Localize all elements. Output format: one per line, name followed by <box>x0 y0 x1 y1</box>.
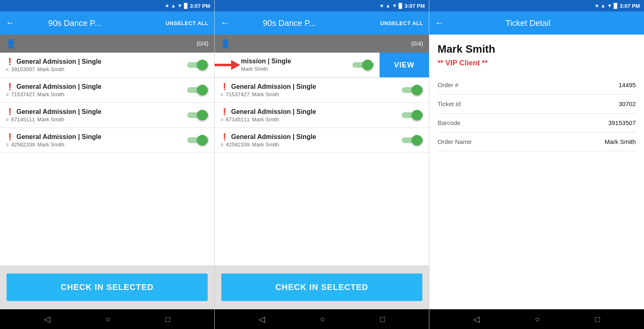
nav-recents-1[interactable]: □ <box>165 315 170 324</box>
toggle-2-2[interactable] <box>402 109 423 121</box>
ticket-sub-1-1: ≡ 39153507 Mark Smith <box>6 66 187 72</box>
toggle-1-1[interactable] <box>187 59 208 71</box>
signal-icon-3: ▲ <box>601 3 606 9</box>
detail-label-order-name: Order Name <box>438 138 472 145</box>
filter-bar-2: 👤 (0/4) <box>215 35 429 53</box>
ticket-title-1-1: ❗ General Admission | Single <box>6 58 187 65</box>
status-icons-1: ★ ▲ ▼ █ <box>165 3 188 9</box>
nav-home-2[interactable]: ○ <box>320 315 325 324</box>
wifi-icon-2: ▼ <box>392 3 397 9</box>
toggle-1-3[interactable] <box>187 109 208 121</box>
status-time-1: 3:07 PM <box>190 3 210 9</box>
detail-label-ticket-id: Ticket Id <box>438 100 461 107</box>
ticket-title-1-3: ❗ General Admission | Single <box>6 108 187 116</box>
ticket-list-2: VIEW mission | Single Mark Smith <box>215 53 429 265</box>
status-time-3: 3:07 PM <box>620 3 640 9</box>
status-icons-2: ★ ▲ ▼ █ <box>380 3 402 9</box>
ticket-item-1-4[interactable]: ❗ General Admission | Single ≡ 42582339 … <box>0 128 214 153</box>
toggle-swiped[interactable] <box>352 59 374 71</box>
toggle-thumb-1-3 <box>197 110 208 120</box>
ticket-sub-2-2: ≡ 67145111 Mark Smith <box>220 116 402 123</box>
back-button-1[interactable]: ← <box>6 18 15 28</box>
app-bar-1: ← 90s Dance P... UNSELECT ALL <box>0 12 214 35</box>
toggle-2-1[interactable] <box>402 84 423 96</box>
ticket-info-1-3: ❗ General Admission | Single ≡ 67145111 … <box>6 108 187 123</box>
detail-label-order: Order # <box>438 81 459 88</box>
unselect-all-btn-1[interactable]: UNSELECT ALL <box>166 20 208 26</box>
status-icons-3: ★ ▲ ▼ █ <box>595 3 617 9</box>
ticket-item-2-2[interactable]: ❗ General Admission | Single ≡ 67145111 … <box>215 103 429 128</box>
toggle-1-4[interactable] <box>187 134 208 146</box>
status-time-2: 3:07 PM <box>405 3 425 9</box>
nav-back-1[interactable]: ◁ <box>44 314 50 324</box>
battery-icon-3: █ <box>614 3 617 9</box>
back-button-2[interactable]: ← <box>220 18 229 28</box>
barcode-icon-1-3: ≡ <box>6 117 9 123</box>
error-icon-1-1: ❗ <box>6 58 14 65</box>
detail-value-barcode: 39153507 <box>608 119 636 126</box>
error-icon-2-2: ❗ <box>220 108 229 116</box>
status-bar-3: ★ ▲ ▼ █ 3:07 PM <box>429 0 644 12</box>
ticket-item-1-3[interactable]: ❗ General Admission | Single ≡ 67145111 … <box>0 103 214 128</box>
toggle-thumb-2-3 <box>412 135 422 146</box>
signal-icon-2: ▲ <box>386 3 391 9</box>
nav-home-1[interactable]: ○ <box>105 315 110 324</box>
ticket-info-1-1: ❗ General Admission | Single ≡ 39153507 … <box>6 58 187 72</box>
wifi-icon: ▼ <box>177 3 182 9</box>
filter-bar-1: 👤 (0/4) <box>0 35 214 53</box>
nav-bar-2: ◁ ○ □ <box>215 309 429 329</box>
barcode-icon-2-1: ≡ <box>220 92 223 97</box>
detail-value-ticket-id: 30702 <box>619 100 636 107</box>
nav-recents-2[interactable]: □ <box>380 315 385 324</box>
ticket-info-2-3: ❗ General Admission | Single ≡ 42582339 … <box>220 133 402 148</box>
swiped-ticket-row[interactable]: VIEW mission | Single Mark Smith <box>215 53 429 78</box>
battery-icon: █ <box>184 3 188 9</box>
view-button[interactable]: VIEW <box>380 53 429 77</box>
nav-back-3[interactable]: ◁ <box>473 314 480 324</box>
nav-back-2[interactable]: ◁ <box>259 314 265 324</box>
barcode-icon-1-1: ≡ <box>6 67 9 72</box>
toggle-thumb-1-4 <box>197 135 208 146</box>
error-icon-1-2: ❗ <box>6 83 14 90</box>
ticket-item-1-2[interactable]: ❗ General Admission | Single ≡ 71537427 … <box>0 78 214 103</box>
person-icon-2: 👤 <box>220 39 231 49</box>
app-title-3: Ticket Detail <box>483 19 573 28</box>
unselect-all-btn-2[interactable]: UNSELECT ALL <box>380 20 423 26</box>
detail-value-order-name: Mark Smith <box>605 138 636 145</box>
panel-1: ★ ▲ ▼ █ 3:07 PM ← 90s Dance P... UNSELEC… <box>0 0 215 329</box>
back-button-3[interactable]: ← <box>435 18 444 28</box>
ticket-item-2-3[interactable]: ❗ General Admission | Single ≡ 42582339 … <box>215 128 429 153</box>
status-bar-2: ★ ▲ ▼ █ 3:07 PM <box>215 0 429 12</box>
bluetooth-icon-2: ★ <box>380 3 384 9</box>
ticket-sub-1-3: ≡ 67145111 Mark Smith <box>6 116 187 123</box>
bluetooth-icon: ★ <box>165 3 169 9</box>
red-arrow-2 <box>215 60 240 70</box>
error-icon-2-1: ❗ <box>220 83 229 90</box>
app-bar-3: ← Ticket Detail <box>429 12 644 35</box>
nav-home-3[interactable]: ○ <box>535 315 540 324</box>
ticket-info-2-1: ❗ General Admission | Single ≡ 71537427 … <box>220 83 402 97</box>
toggle-1-2[interactable] <box>187 84 208 96</box>
check-in-btn-1[interactable]: CHECK IN SELECTED <box>7 273 208 301</box>
ticket-list-1: ❗ General Admission | Single ≡ 39153507 … <box>0 53 214 265</box>
check-in-btn-2[interactable]: CHECK IN SELECTED <box>221 273 422 301</box>
toggle-2-3[interactable] <box>402 134 423 146</box>
barcode-icon-2-3: ≡ <box>220 142 223 148</box>
toggle-thumb-1-2 <box>197 85 208 95</box>
detail-value-order: 14495 <box>619 81 636 88</box>
app-title-1: 90s Dance P... <box>48 19 139 28</box>
toggle-thumb-1-1 <box>197 60 208 70</box>
ticket-sub-1-2: ≡ 71537427 Mark Smith <box>6 91 187 97</box>
panel-2: ★ ▲ ▼ █ 3:07 PM ← 90s Dance P... UNSELEC… <box>215 0 429 329</box>
wifi-icon-3: ▼ <box>607 3 612 9</box>
barcode-icon-1-4: ≡ <box>6 142 9 148</box>
nav-recents-3[interactable]: □ <box>595 315 600 324</box>
detail-customer-name: Mark Smith <box>438 43 636 56</box>
detail-row-ticket-id: Ticket Id 30702 <box>438 95 636 114</box>
ticket-item-2-1[interactable]: ❗ General Admission | Single ≡ 71537427 … <box>215 78 429 103</box>
ticket-item-1-1[interactable]: ❗ General Admission | Single ≡ 39153507 … <box>0 53 214 78</box>
barcode-icon-2-2: ≡ <box>220 117 223 123</box>
swiped-ticket-title: mission | Single <box>241 58 352 65</box>
detail-label-barcode: Barcode <box>438 119 461 126</box>
ticket-title-2-2: ❗ General Admission | Single <box>220 108 402 116</box>
